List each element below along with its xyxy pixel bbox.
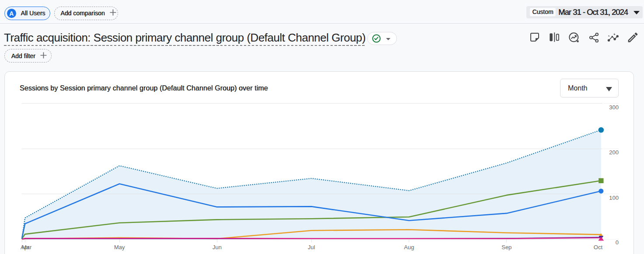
svg-text:Aug: Aug <box>404 244 414 251</box>
svg-text:May: May <box>114 244 125 251</box>
svg-text:Apr: Apr <box>21 244 30 251</box>
svg-text:Jul: Jul <box>308 244 315 251</box>
svg-text:0: 0 <box>616 239 619 246</box>
svg-text:300: 300 <box>609 104 619 111</box>
svg-text:100: 100 <box>609 195 619 201</box>
svg-text:200: 200 <box>609 149 619 156</box>
svg-text:Oct: Oct <box>594 244 603 251</box>
svg-text:Jun: Jun <box>212 244 222 251</box>
svg-text:Sep: Sep <box>501 244 512 251</box>
